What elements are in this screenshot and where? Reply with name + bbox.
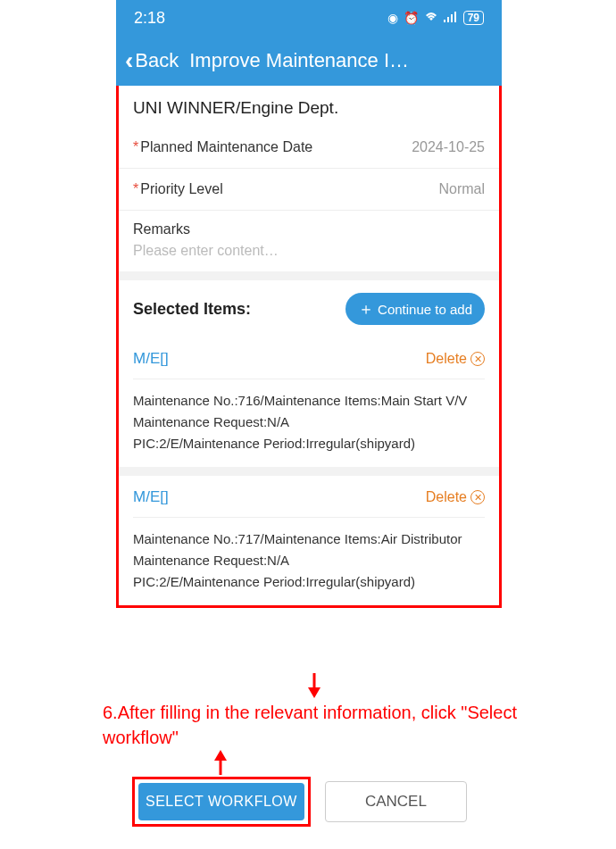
annotation-arrow-down-icon: [306, 673, 322, 703]
item-header: M/E[] Delete ✕: [133, 337, 485, 379]
svg-rect-1: [447, 17, 449, 22]
status-time: 2:18: [134, 9, 165, 28]
item-line: Maintenance No.:717/Maintenance Items:Ai…: [133, 529, 485, 550]
delete-label: Delete: [426, 489, 467, 505]
cancel-button[interactable]: CANCEL: [325, 781, 467, 822]
remarks-section[interactable]: Remarks Please enter content…: [119, 211, 499, 271]
wifi-icon: [424, 11, 438, 25]
planned-date-value: 2024-10-25: [412, 139, 485, 155]
eye-icon: ◉: [387, 11, 398, 25]
section-divider: [119, 271, 499, 280]
button-row: SELECT WORKFLOW CANCEL: [116, 773, 502, 830]
item-card: M/E[] Delete ✕ Maintenance No.:717/Maint…: [119, 476, 499, 605]
item-card: M/E[] Delete ✕ Maintenance No.:716/Maint…: [119, 337, 499, 467]
svg-marker-7: [214, 750, 227, 761]
item-code[interactable]: M/E[]: [133, 488, 169, 506]
close-icon: ✕: [470, 490, 485, 504]
svg-rect-3: [454, 12, 456, 22]
close-icon: ✕: [470, 352, 485, 366]
back-button[interactable]: ‹ Back: [125, 46, 179, 75]
item-line: PIC:2/E/Maintenance Period:Irregular(shi…: [133, 433, 485, 454]
delete-button[interactable]: Delete ✕: [426, 351, 485, 367]
required-asterisk: *: [133, 181, 138, 196]
item-line: Maintenance No.:716/Maintenance Items:Ma…: [133, 390, 485, 412]
remarks-label: Remarks: [133, 221, 485, 237]
item-line: Maintenance Request:N/A: [133, 412, 485, 433]
planned-date-row[interactable]: *Planned Maintenance Date 2024-10-25: [119, 127, 499, 169]
svg-rect-0: [444, 20, 445, 22]
item-code[interactable]: M/E[]: [133, 350, 169, 368]
delete-label: Delete: [426, 351, 467, 367]
item-body: Maintenance No.:717/Maintenance Items:Ai…: [133, 518, 485, 605]
continue-add-label: Continue to add: [378, 302, 472, 317]
signal-icon: [444, 11, 458, 25]
plus-icon: ＋: [358, 298, 374, 320]
battery-indicator: 79: [463, 11, 484, 25]
required-asterisk: *: [133, 139, 138, 154]
priority-label: *Priority Level: [133, 181, 223, 197]
remarks-input[interactable]: Please enter content…: [133, 243, 485, 259]
delete-button[interactable]: Delete ✕: [426, 489, 485, 505]
svg-rect-2: [451, 14, 453, 22]
nav-bar: ‹ Back Improve Maintenance I…: [116, 36, 502, 86]
annotation-text: 6.After filling in the relevant informat…: [103, 700, 522, 750]
svg-marker-5: [308, 687, 320, 698]
main-content: UNI WINNER/Engine Dept. *Planned Mainten…: [116, 86, 502, 608]
select-workflow-button[interactable]: SELECT WORKFLOW: [138, 783, 304, 820]
status-bar: 2:18 ◉ ⏰ 79: [116, 0, 502, 36]
section-divider: [119, 467, 499, 476]
planned-date-label: *Planned Maintenance Date: [133, 139, 312, 155]
phone-frame: 2:18 ◉ ⏰ 79 ‹ Back Improve Maintenance I…: [116, 0, 502, 608]
continue-add-button[interactable]: ＋ Continue to add: [345, 293, 485, 325]
status-icons: ◉ ⏰ 79: [387, 11, 484, 25]
priority-row[interactable]: *Priority Level Normal: [119, 169, 499, 211]
item-line: Maintenance Request:N/A: [133, 550, 485, 571]
item-body: Maintenance No.:716/Maintenance Items:Ma…: [133, 379, 485, 467]
select-workflow-highlight: SELECT WORKFLOW: [132, 777, 311, 827]
vessel-dept-header: UNI WINNER/Engine Dept.: [119, 86, 499, 127]
selected-items-title: Selected Items:: [133, 300, 251, 319]
alarm-icon: ⏰: [404, 11, 419, 25]
back-label: Back: [135, 49, 179, 72]
page-title: Improve Maintenance I…: [189, 49, 409, 72]
selected-items-header: Selected Items: ＋ Continue to add: [119, 280, 499, 337]
item-line: PIC:2/E/Maintenance Period:Irregular(shi…: [133, 571, 485, 593]
item-header: M/E[] Delete ✕: [133, 476, 485, 518]
priority-value: Normal: [438, 181, 485, 197]
chevron-left-icon: ‹: [125, 46, 133, 75]
